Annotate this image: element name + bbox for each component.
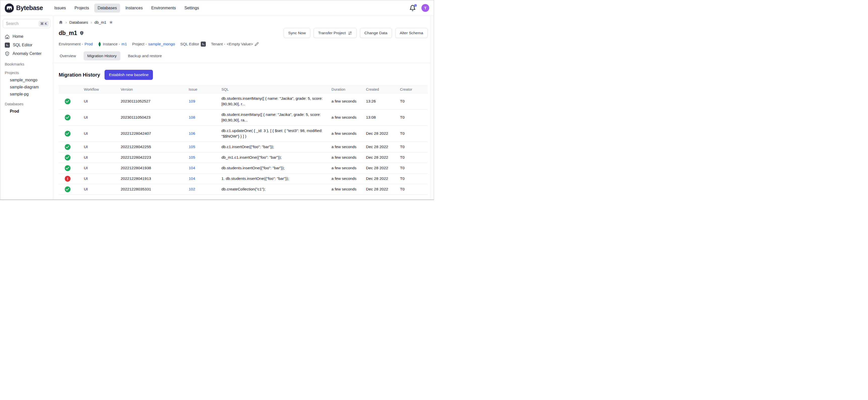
table-row: UI 20221228042407 106 db.c1.updateOne( {… bbox=[59, 125, 428, 142]
search-shortcut-badge: ⌘ K bbox=[38, 21, 49, 27]
breadcrumb-current: db_m1 bbox=[94, 20, 106, 25]
sidebar-item-sample-diagram[interactable]: sample-diagram bbox=[2, 84, 51, 91]
database-tabs: Overview Migration History Backup and re… bbox=[59, 51, 428, 60]
establish-baseline-button[interactable]: Establish new baseline bbox=[104, 70, 153, 80]
issue-link[interactable]: 105 bbox=[189, 145, 195, 149]
creator-cell: T0 bbox=[400, 173, 428, 184]
col-header-sql: SQL bbox=[221, 86, 332, 93]
creator-cell: T0 bbox=[400, 125, 428, 142]
project-link[interactable]: sample_mongo bbox=[148, 42, 175, 47]
sidebar-item-sql-editor[interactable]: SQL Editor bbox=[2, 41, 51, 50]
issue-link[interactable]: 104 bbox=[189, 166, 195, 170]
sidebar-item-anomaly-center[interactable]: Anomaly Center bbox=[2, 50, 51, 58]
issue-link[interactable]: 106 bbox=[189, 131, 195, 135]
sidebar-section-databases: Databases bbox=[2, 102, 51, 106]
brand-logo[interactable]: Bytebase bbox=[5, 3, 43, 12]
bytebase-logo-icon bbox=[5, 3, 14, 12]
created-cell: Dec 28 2022 bbox=[366, 184, 400, 194]
issue-link[interactable]: 105 bbox=[189, 155, 195, 159]
tab-migration-history[interactable]: Migration History bbox=[84, 51, 120, 60]
issue-link[interactable]: 102 bbox=[189, 187, 195, 191]
user-avatar[interactable]: T bbox=[422, 4, 429, 12]
nav-item-instances[interactable]: Instances bbox=[122, 3, 146, 12]
created-cell: Dec 28 2022 bbox=[366, 163, 400, 173]
environment-link[interactable]: Prod bbox=[84, 42, 93, 47]
notification-dot bbox=[414, 4, 417, 7]
table-row: UI 20221228041938 104 db.students.insert… bbox=[59, 163, 428, 173]
nav-item-environments[interactable]: Environments bbox=[148, 3, 179, 12]
sidebar-item-label: SQL Editor bbox=[13, 43, 32, 48]
sidebar-item-home[interactable]: Home bbox=[2, 32, 51, 41]
tab-backup-restore[interactable]: Backup and restore bbox=[127, 51, 163, 60]
sidebar-item-sample-mongo[interactable]: sample_mongo bbox=[2, 76, 51, 84]
sidebar-item-prod[interactable]: Prod bbox=[2, 108, 51, 115]
workflow-cell: UI bbox=[84, 152, 121, 163]
workflow-cell: UI bbox=[84, 93, 121, 110]
creator-cell: T0 bbox=[400, 163, 428, 173]
table-header-row: Workflow Version Issue SQL Duration Crea… bbox=[59, 86, 428, 93]
status-icon bbox=[65, 115, 70, 120]
transfer-project-button[interactable]: Transfer Project bbox=[314, 28, 357, 38]
tab-overview[interactable]: Overview bbox=[59, 51, 77, 60]
created-cell: Dec 28 2022 bbox=[366, 152, 400, 163]
nav-item-settings[interactable]: Settings bbox=[181, 3, 202, 12]
change-data-button[interactable]: Change Data bbox=[360, 28, 392, 38]
scrollbar[interactable] bbox=[430, 16, 434, 199]
table-row: UI 20221228041913 104 1. db.students.ins… bbox=[59, 173, 428, 184]
main-nav: Issues Projects Databases Instances Envi… bbox=[51, 3, 202, 12]
instance-label: Instance - bbox=[103, 42, 120, 47]
version-cell: 20221228042407 bbox=[121, 125, 189, 142]
brand-name: Bytebase bbox=[16, 4, 43, 11]
nav-item-projects[interactable]: Projects bbox=[71, 3, 92, 12]
sidebar-item-sample-pg[interactable]: sample-pg bbox=[2, 91, 51, 98]
environment-label: Environment - bbox=[59, 42, 83, 47]
sql-editor-label: SQL Editor bbox=[180, 42, 199, 47]
workflow-cell: UI bbox=[84, 184, 121, 194]
home-breadcrumb-icon[interactable] bbox=[59, 20, 63, 25]
database-meta: Environment - Prod Instance - m1 Project… bbox=[59, 41, 428, 47]
notification-bell-button[interactable] bbox=[409, 5, 416, 11]
nav-item-issues[interactable]: Issues bbox=[51, 3, 69, 12]
issue-link[interactable]: 109 bbox=[189, 99, 195, 103]
search-box[interactable]: ⌘ K bbox=[3, 19, 51, 28]
alter-schema-button[interactable]: Alter Schema bbox=[395, 28, 428, 38]
migration-history-table: Workflow Version Issue SQL Duration Crea… bbox=[59, 85, 428, 195]
status-icon bbox=[65, 165, 70, 171]
nav-item-databases[interactable]: Databases bbox=[94, 3, 120, 12]
issue-link[interactable]: 104 bbox=[189, 176, 195, 181]
terminal-icon bbox=[201, 41, 206, 47]
created-cell: 13:08 bbox=[366, 109, 400, 125]
main-content: › Databases › db_m1 ★ db_m1 Sync Now Tra… bbox=[53, 16, 434, 200]
sql-editor-link[interactable]: SQL Editor bbox=[180, 41, 206, 47]
edit-tenant-pencil-icon[interactable] bbox=[255, 42, 259, 46]
instance-link[interactable]: m1 bbox=[121, 42, 127, 47]
workflow-cell: UI bbox=[84, 173, 121, 184]
version-cell: 20221228042255 bbox=[121, 142, 189, 152]
sql-cell: 1. db.students.insertOne({"foo": "bar"})… bbox=[221, 173, 332, 184]
creator-cell: T0 bbox=[400, 142, 428, 152]
duration-cell: a few seconds bbox=[332, 125, 366, 142]
sql-cell: db.student.insertMany([ { name: "Jacika"… bbox=[221, 109, 332, 125]
search-input[interactable] bbox=[6, 22, 38, 26]
sidebar: ⌘ K Home SQL Editor Anomaly Center Bookm… bbox=[0, 16, 53, 200]
sync-now-button[interactable]: Sync Now bbox=[284, 28, 310, 38]
created-cell: Dec 28 2022 bbox=[366, 142, 400, 152]
issue-link[interactable]: 108 bbox=[189, 115, 195, 119]
sidebar-item-label: Home bbox=[12, 34, 24, 39]
breadcrumb-databases[interactable]: Databases bbox=[69, 20, 88, 25]
status-icon bbox=[65, 144, 70, 150]
breadcrumb-separator: › bbox=[65, 20, 67, 25]
version-cell: 20221228041913 bbox=[121, 173, 189, 184]
duration-cell: a few seconds bbox=[332, 184, 366, 194]
breadcrumb: › Databases › db_m1 ★ bbox=[59, 20, 428, 25]
nav-right: T bbox=[409, 4, 429, 12]
tenant-label: Tenant - bbox=[211, 42, 225, 47]
mongodb-leaf-icon bbox=[98, 42, 101, 47]
project-label: Project - bbox=[132, 42, 147, 47]
bookmark-star-icon[interactable]: ★ bbox=[109, 20, 113, 25]
tabs-divider bbox=[53, 63, 434, 63]
version-cell: 20221228041938 bbox=[121, 163, 189, 173]
duration-cell: a few seconds bbox=[332, 142, 366, 152]
creator-cell: T0 bbox=[400, 184, 428, 194]
status-icon bbox=[65, 98, 70, 104]
